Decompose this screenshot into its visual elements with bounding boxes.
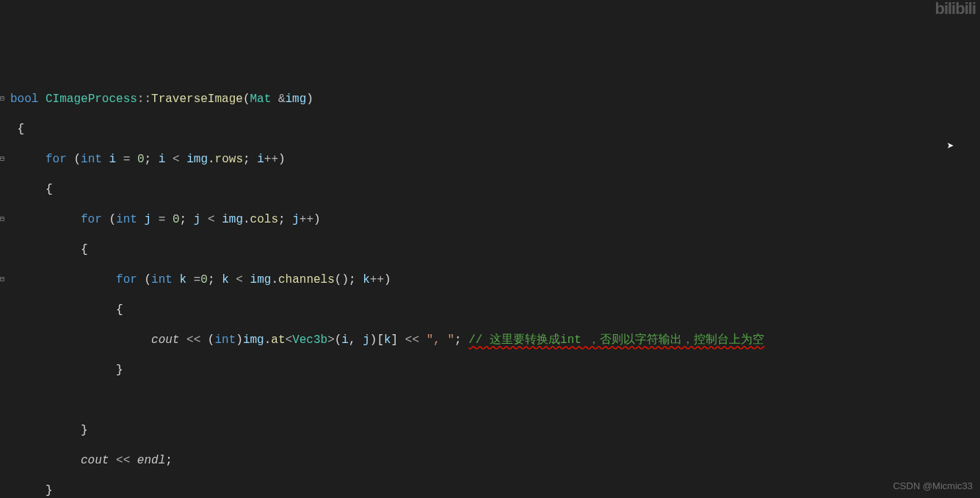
code-line[interactable]: } — [0, 423, 980, 439]
code-line[interactable]: { — [0, 122, 980, 137]
code-line[interactable]: { — [0, 182, 980, 198]
cout: cout — [151, 333, 179, 347]
code-line[interactable]: cout << endl; — [0, 453, 980, 469]
function-name: TraverseImage — [151, 93, 243, 106]
fold-marker-icon[interactable]: ⊟ — [0, 212, 9, 221]
code-line[interactable] — [0, 393, 980, 408]
type: Mat — [250, 93, 271, 106]
code-line[interactable]: cout << (int)img.at<Vec3b>(i, j)[k] << "… — [0, 333, 980, 348]
code-line[interactable]: { — [0, 303, 980, 318]
fold-marker-icon[interactable]: ⊟ — [0, 152, 9, 161]
watermark-top: bilibili — [934, 1, 976, 17]
code-line[interactable]: ⊟ for (int k =0; k < img.channels(); k++… — [0, 273, 980, 288]
endl: endl — [137, 454, 165, 467]
code-line[interactable]: } — [0, 363, 980, 378]
operator: :: — [137, 93, 151, 106]
code-line[interactable]: ⊟bool CImageProcess::TraverseImage(Mat &… — [0, 92, 980, 107]
punct: ) — [306, 93, 313, 106]
fold-marker-icon[interactable]: ⊟ — [0, 92, 9, 101]
code-line[interactable]: ⊟ for (int j = 0; j < img.cols; j++) — [0, 212, 980, 228]
operator: & — [278, 93, 286, 106]
comment: // 这里要转换成int ，否则以字符输出，控制台上为空 — [468, 333, 764, 347]
code-editor[interactable]: ⊟bool CImageProcess::TraverseImage(Mat &… — [0, 60, 980, 498]
watermark-bottom: CSDN @Micmic33 — [893, 479, 973, 494]
class-name: CImageProcess — [46, 93, 137, 106]
string-literal: ", " — [427, 333, 454, 347]
code-line[interactable]: { — [0, 242, 980, 258]
keyword: for — [46, 153, 67, 166]
code-line[interactable]: } — [0, 483, 980, 498]
fold-marker-icon[interactable]: ⊟ — [0, 273, 9, 281]
keyword: bool — [10, 93, 38, 106]
code-line[interactable]: ⊟ for (int i = 0; i < img.rows; i++) — [0, 152, 980, 167]
brace: { — [18, 123, 25, 136]
param: img — [286, 93, 307, 106]
